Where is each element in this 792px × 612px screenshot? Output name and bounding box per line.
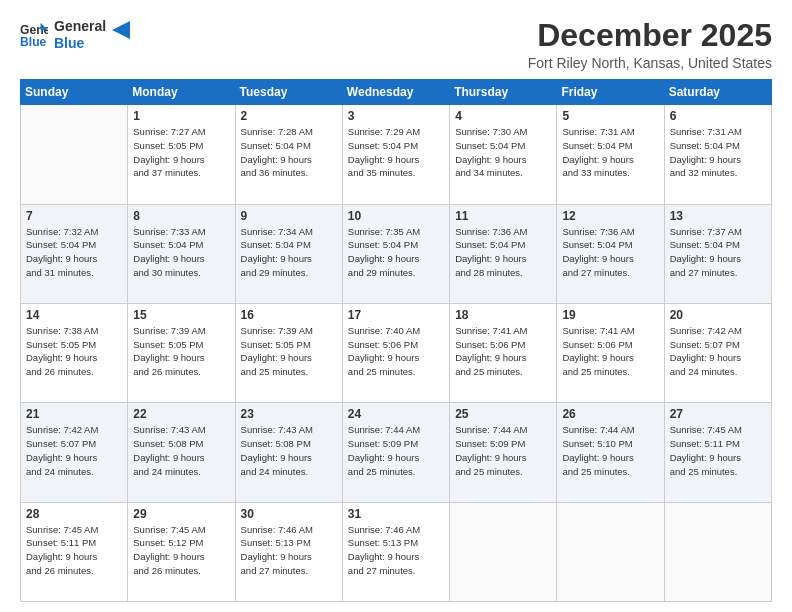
calendar-cell: 23Sunrise: 7:43 AMSunset: 5:08 PMDayligh… — [235, 403, 342, 502]
calendar-cell: 26Sunrise: 7:44 AMSunset: 5:10 PMDayligh… — [557, 403, 664, 502]
calendar-cell: 21Sunrise: 7:42 AMSunset: 5:07 PMDayligh… — [21, 403, 128, 502]
svg-marker-3 — [112, 21, 130, 39]
day-info: Sunrise: 7:35 AMSunset: 5:04 PMDaylight:… — [348, 225, 444, 280]
calendar-cell: 9Sunrise: 7:34 AMSunset: 5:04 PMDaylight… — [235, 204, 342, 303]
day-info: Sunrise: 7:30 AMSunset: 5:04 PMDaylight:… — [455, 125, 551, 180]
day-info: Sunrise: 7:45 AMSunset: 5:12 PMDaylight:… — [133, 523, 229, 578]
day-number: 15 — [133, 308, 229, 322]
day-number: 26 — [562, 407, 658, 421]
calendar-cell: 2Sunrise: 7:28 AMSunset: 5:04 PMDaylight… — [235, 105, 342, 204]
day-number: 9 — [241, 209, 337, 223]
day-number: 16 — [241, 308, 337, 322]
calendar-cell: 15Sunrise: 7:39 AMSunset: 5:05 PMDayligh… — [128, 303, 235, 402]
day-number: 17 — [348, 308, 444, 322]
day-number: 23 — [241, 407, 337, 421]
calendar-cell: 7Sunrise: 7:32 AMSunset: 5:04 PMDaylight… — [21, 204, 128, 303]
day-info: Sunrise: 7:38 AMSunset: 5:05 PMDaylight:… — [26, 324, 122, 379]
calendar-week-row: 7Sunrise: 7:32 AMSunset: 5:04 PMDaylight… — [21, 204, 772, 303]
title-block: December 2025 Fort Riley North, Kansas, … — [528, 18, 772, 71]
page: General Blue General Blue December 2025 … — [0, 0, 792, 612]
calendar-cell — [450, 502, 557, 601]
day-info: Sunrise: 7:46 AMSunset: 5:13 PMDaylight:… — [348, 523, 444, 578]
day-number: 25 — [455, 407, 551, 421]
calendar-cell: 4Sunrise: 7:30 AMSunset: 5:04 PMDaylight… — [450, 105, 557, 204]
day-number: 14 — [26, 308, 122, 322]
day-info: Sunrise: 7:29 AMSunset: 5:04 PMDaylight:… — [348, 125, 444, 180]
calendar-cell: 12Sunrise: 7:36 AMSunset: 5:04 PMDayligh… — [557, 204, 664, 303]
day-number: 28 — [26, 507, 122, 521]
calendar-cell: 31Sunrise: 7:46 AMSunset: 5:13 PMDayligh… — [342, 502, 449, 601]
day-info: Sunrise: 7:44 AMSunset: 5:10 PMDaylight:… — [562, 423, 658, 478]
calendar-cell: 3Sunrise: 7:29 AMSunset: 5:04 PMDaylight… — [342, 105, 449, 204]
logo-line1: General — [54, 18, 106, 35]
day-number: 13 — [670, 209, 766, 223]
calendar-cell: 25Sunrise: 7:44 AMSunset: 5:09 PMDayligh… — [450, 403, 557, 502]
day-info: Sunrise: 7:33 AMSunset: 5:04 PMDaylight:… — [133, 225, 229, 280]
logo-icon: General Blue — [20, 21, 48, 49]
day-info: Sunrise: 7:34 AMSunset: 5:04 PMDaylight:… — [241, 225, 337, 280]
calendar-cell — [557, 502, 664, 601]
day-number: 19 — [562, 308, 658, 322]
day-number: 5 — [562, 109, 658, 123]
month-title: December 2025 — [528, 18, 772, 53]
calendar-cell — [21, 105, 128, 204]
day-info: Sunrise: 7:31 AMSunset: 5:04 PMDaylight:… — [562, 125, 658, 180]
calendar-week-row: 21Sunrise: 7:42 AMSunset: 5:07 PMDayligh… — [21, 403, 772, 502]
day-number: 31 — [348, 507, 444, 521]
day-info: Sunrise: 7:39 AMSunset: 5:05 PMDaylight:… — [133, 324, 229, 379]
day-info: Sunrise: 7:39 AMSunset: 5:05 PMDaylight:… — [241, 324, 337, 379]
calendar-weekday-sunday: Sunday — [21, 80, 128, 105]
calendar-cell: 14Sunrise: 7:38 AMSunset: 5:05 PMDayligh… — [21, 303, 128, 402]
calendar-weekday-thursday: Thursday — [450, 80, 557, 105]
day-info: Sunrise: 7:45 AMSunset: 5:11 PMDaylight:… — [26, 523, 122, 578]
day-number: 4 — [455, 109, 551, 123]
calendar-weekday-saturday: Saturday — [664, 80, 771, 105]
calendar-weekday-wednesday: Wednesday — [342, 80, 449, 105]
day-number: 21 — [26, 407, 122, 421]
calendar-cell: 1Sunrise: 7:27 AMSunset: 5:05 PMDaylight… — [128, 105, 235, 204]
calendar-cell: 19Sunrise: 7:41 AMSunset: 5:06 PMDayligh… — [557, 303, 664, 402]
calendar-cell: 20Sunrise: 7:42 AMSunset: 5:07 PMDayligh… — [664, 303, 771, 402]
logo-line2: Blue — [54, 35, 106, 52]
svg-text:Blue: Blue — [20, 35, 47, 49]
day-number: 6 — [670, 109, 766, 123]
day-number: 18 — [455, 308, 551, 322]
day-info: Sunrise: 7:41 AMSunset: 5:06 PMDaylight:… — [455, 324, 551, 379]
calendar-cell: 5Sunrise: 7:31 AMSunset: 5:04 PMDaylight… — [557, 105, 664, 204]
calendar-weekday-tuesday: Tuesday — [235, 80, 342, 105]
calendar-cell — [664, 502, 771, 601]
day-number: 29 — [133, 507, 229, 521]
header: General Blue General Blue December 2025 … — [20, 18, 772, 71]
calendar-cell: 16Sunrise: 7:39 AMSunset: 5:05 PMDayligh… — [235, 303, 342, 402]
calendar-cell: 8Sunrise: 7:33 AMSunset: 5:04 PMDaylight… — [128, 204, 235, 303]
day-info: Sunrise: 7:42 AMSunset: 5:07 PMDaylight:… — [26, 423, 122, 478]
day-info: Sunrise: 7:40 AMSunset: 5:06 PMDaylight:… — [348, 324, 444, 379]
day-info: Sunrise: 7:44 AMSunset: 5:09 PMDaylight:… — [455, 423, 551, 478]
calendar-cell: 10Sunrise: 7:35 AMSunset: 5:04 PMDayligh… — [342, 204, 449, 303]
day-number: 22 — [133, 407, 229, 421]
day-info: Sunrise: 7:31 AMSunset: 5:04 PMDaylight:… — [670, 125, 766, 180]
day-info: Sunrise: 7:32 AMSunset: 5:04 PMDaylight:… — [26, 225, 122, 280]
day-info: Sunrise: 7:28 AMSunset: 5:04 PMDaylight:… — [241, 125, 337, 180]
calendar-week-row: 14Sunrise: 7:38 AMSunset: 5:05 PMDayligh… — [21, 303, 772, 402]
day-number: 11 — [455, 209, 551, 223]
calendar-cell: 11Sunrise: 7:36 AMSunset: 5:04 PMDayligh… — [450, 204, 557, 303]
calendar-weekday-friday: Friday — [557, 80, 664, 105]
day-number: 2 — [241, 109, 337, 123]
day-info: Sunrise: 7:36 AMSunset: 5:04 PMDaylight:… — [455, 225, 551, 280]
day-info: Sunrise: 7:44 AMSunset: 5:09 PMDaylight:… — [348, 423, 444, 478]
calendar-weekday-monday: Monday — [128, 80, 235, 105]
calendar-cell: 30Sunrise: 7:46 AMSunset: 5:13 PMDayligh… — [235, 502, 342, 601]
day-info: Sunrise: 7:42 AMSunset: 5:07 PMDaylight:… — [670, 324, 766, 379]
day-info: Sunrise: 7:46 AMSunset: 5:13 PMDaylight:… — [241, 523, 337, 578]
day-number: 10 — [348, 209, 444, 223]
calendar-cell: 13Sunrise: 7:37 AMSunset: 5:04 PMDayligh… — [664, 204, 771, 303]
calendar-week-row: 28Sunrise: 7:45 AMSunset: 5:11 PMDayligh… — [21, 502, 772, 601]
calendar-cell: 6Sunrise: 7:31 AMSunset: 5:04 PMDaylight… — [664, 105, 771, 204]
day-number: 27 — [670, 407, 766, 421]
calendar-week-row: 1Sunrise: 7:27 AMSunset: 5:05 PMDaylight… — [21, 105, 772, 204]
day-info: Sunrise: 7:41 AMSunset: 5:06 PMDaylight:… — [562, 324, 658, 379]
calendar-cell: 29Sunrise: 7:45 AMSunset: 5:12 PMDayligh… — [128, 502, 235, 601]
calendar-cell: 17Sunrise: 7:40 AMSunset: 5:06 PMDayligh… — [342, 303, 449, 402]
logo: General Blue General Blue — [20, 18, 130, 52]
